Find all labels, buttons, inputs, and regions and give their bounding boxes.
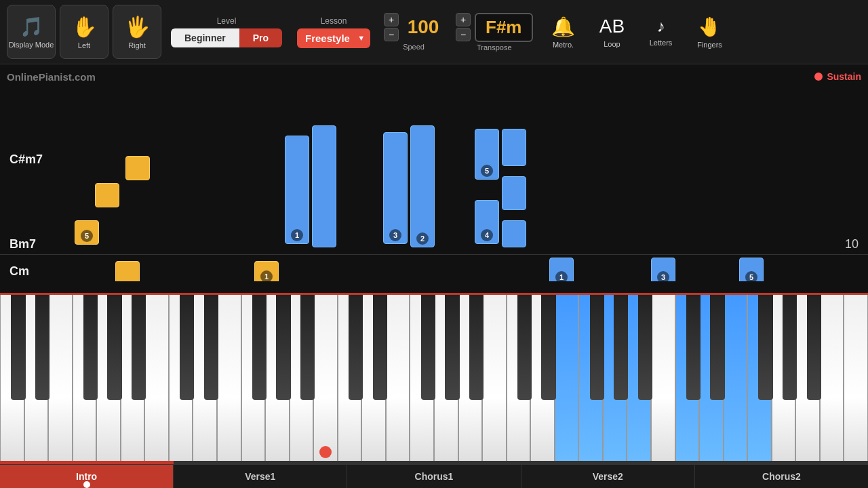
transpose-minus-button[interactable]: − bbox=[456, 28, 471, 41]
white-key-6[interactable] bbox=[144, 295, 169, 464]
black-key[interactable] bbox=[180, 295, 194, 400]
section-verse2[interactable]: Verse2 bbox=[521, 465, 695, 488]
black-key[interactable] bbox=[276, 295, 290, 400]
speed-pm-buttons: + − bbox=[384, 13, 399, 41]
note-block: 1 bbox=[285, 136, 309, 244]
beginner-button[interactable]: Beginner bbox=[171, 28, 239, 47]
loop-label: Loop bbox=[604, 40, 620, 48]
speed-value: 100 bbox=[403, 16, 443, 38]
section-chorus2[interactable]: Chorus2 bbox=[695, 465, 868, 488]
black-key[interactable] bbox=[252, 295, 267, 400]
right-hand-button[interactable]: 🖐️ Right bbox=[113, 5, 161, 59]
note-block: 5 bbox=[475, 129, 499, 180]
metronome-icon: 🔔 bbox=[551, 16, 575, 38]
display-mode-button[interactable]: 🎵 Display Mode bbox=[7, 5, 56, 59]
note-number: 1 bbox=[291, 229, 303, 241]
loop-button[interactable]: AB Loop bbox=[590, 5, 635, 59]
black-key[interactable] bbox=[638, 295, 652, 400]
black-key[interactable] bbox=[373, 295, 387, 400]
black-key[interactable] bbox=[758, 295, 772, 400]
transpose-label: Transpose bbox=[477, 43, 512, 52]
black-key[interactable] bbox=[35, 295, 50, 400]
lesson-label: Lesson bbox=[321, 16, 347, 26]
white-key-16[interactable] bbox=[386, 295, 410, 464]
black-key[interactable] bbox=[614, 295, 628, 400]
topbar: 🎵 Display Mode ✋ Left 🖐️ Right Level Beg… bbox=[0, 0, 868, 64]
note-number: 2 bbox=[416, 232, 429, 245]
black-key[interactable] bbox=[107, 295, 121, 400]
sustain-label: Sustain bbox=[827, 71, 861, 82]
black-key[interactable] bbox=[132, 295, 146, 400]
section-intro-label: Intro bbox=[76, 471, 97, 482]
black-key[interactable] bbox=[83, 295, 98, 400]
black-key[interactable] bbox=[445, 295, 459, 400]
note-block bbox=[502, 220, 526, 247]
note-block: 2 bbox=[410, 125, 435, 247]
transpose-pm-buttons: + − bbox=[456, 13, 471, 41]
white-key-23[interactable] bbox=[555, 295, 579, 464]
section-chorus2-label: Chorus2 bbox=[762, 471, 801, 482]
note-number: 1 bbox=[260, 270, 273, 281]
black-key[interactable] bbox=[710, 295, 724, 400]
metronome-button[interactable]: 🔔 Metro. bbox=[541, 5, 586, 59]
note-block: 4 bbox=[475, 200, 499, 244]
section-verse2-label: Verse2 bbox=[593, 471, 623, 482]
level-label: Level bbox=[217, 16, 237, 26]
black-key[interactable] bbox=[541, 295, 555, 400]
metro-label: Metro. bbox=[553, 41, 574, 49]
transpose-controls: + − F#m bbox=[456, 13, 532, 42]
white-key-20[interactable] bbox=[482, 295, 507, 464]
black-key[interactable] bbox=[517, 295, 532, 400]
note-block: 3 bbox=[651, 258, 675, 281]
black-key[interactable] bbox=[590, 295, 604, 400]
black-key[interactable] bbox=[469, 295, 484, 400]
note-block-yellow: 5 bbox=[75, 220, 99, 245]
white-key-34[interactable] bbox=[820, 295, 844, 464]
note-block bbox=[502, 176, 526, 210]
chord-c#m7: C#m7 bbox=[9, 152, 43, 167]
white-key-13[interactable] bbox=[313, 295, 338, 464]
black-key[interactable] bbox=[807, 295, 821, 400]
loop-icon: AB bbox=[599, 16, 625, 37]
transpose-value: F#m bbox=[475, 13, 532, 42]
black-key[interactable] bbox=[783, 295, 797, 400]
page-number: 10 bbox=[845, 237, 859, 251]
black-key[interactable] bbox=[686, 295, 701, 400]
letters-label: Letters bbox=[650, 39, 673, 47]
section-verse1[interactable]: Verse1 bbox=[174, 465, 347, 488]
white-key-2[interactable] bbox=[48, 295, 73, 464]
black-key[interactable] bbox=[204, 295, 218, 400]
chord-bm7: Bm7 bbox=[9, 237, 36, 251]
fingers-button[interactable]: 🤚 Fingers bbox=[688, 5, 732, 59]
section-chorus1[interactable]: Chorus1 bbox=[347, 465, 521, 488]
lesson-select[interactable]: Freestyle Song bbox=[297, 28, 370, 48]
white-key-35[interactable] bbox=[844, 295, 868, 464]
black-key[interactable] bbox=[349, 295, 363, 400]
right-hand-icon: 🖐️ bbox=[125, 15, 150, 39]
sustain-dot bbox=[814, 73, 823, 81]
section-intro[interactable]: Intro bbox=[0, 465, 174, 488]
fingers-icon: 🤚 bbox=[698, 16, 722, 38]
white-key-30[interactable] bbox=[724, 295, 748, 464]
left-label: Left bbox=[78, 41, 90, 49]
white-key-9[interactable] bbox=[217, 295, 241, 464]
pro-button[interactable]: Pro bbox=[239, 28, 282, 47]
transpose-plus-button[interactable]: + bbox=[456, 13, 471, 26]
note-block-yellow: 1 bbox=[254, 261, 279, 281]
sustain-indicator: Sustain bbox=[814, 71, 861, 82]
black-key[interactable] bbox=[11, 295, 25, 400]
note-number: 5 bbox=[81, 230, 93, 242]
note-block: 5 bbox=[739, 258, 764, 281]
chord-cm: Cm bbox=[9, 264, 29, 279]
black-key[interactable] bbox=[300, 295, 315, 400]
left-hand-button[interactable]: ✋ Left bbox=[60, 5, 108, 59]
lesson-wrapper: Freestyle Song bbox=[297, 28, 370, 48]
speed-plus-button[interactable]: + bbox=[384, 13, 399, 26]
letters-button[interactable]: ♪ Letters bbox=[639, 5, 684, 59]
letters-icon: ♪ bbox=[657, 17, 665, 36]
speed-minus-button[interactable]: − bbox=[384, 28, 399, 41]
white-key-27[interactable] bbox=[651, 295, 675, 464]
black-key[interactable] bbox=[421, 295, 435, 400]
piano bbox=[0, 295, 868, 464]
display-mode-label: Display Mode bbox=[9, 41, 54, 49]
